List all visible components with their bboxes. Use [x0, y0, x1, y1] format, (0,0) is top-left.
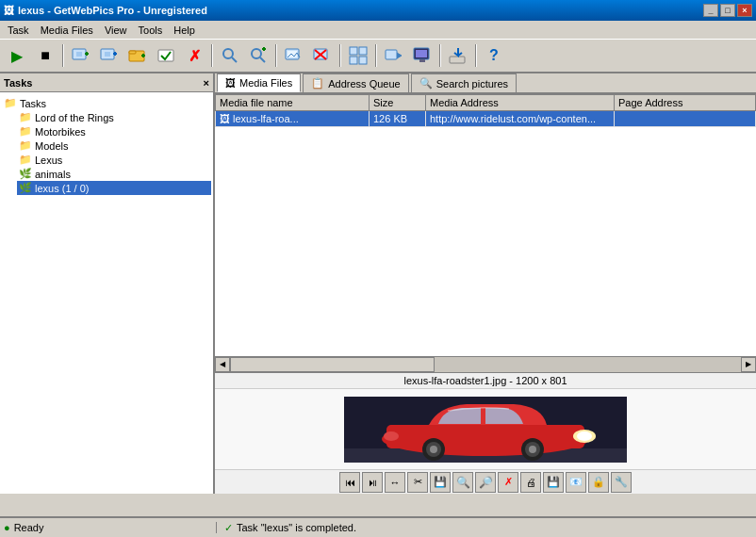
main-layout: Tasks × 📁 Tasks 📁 Lord of the Rings 📁 Mo… — [0, 73, 756, 494]
item-icon-animals: 🌿 — [19, 168, 32, 180]
scroll-right-arrow[interactable]: ▶ — [741, 357, 756, 372]
col-header-name[interactable]: Media file name — [216, 95, 370, 111]
tree-item-label: Motorbikes — [35, 126, 86, 138]
svg-point-9 — [252, 49, 261, 58]
tab-search-pictures[interactable]: 🔍 Search pictures — [411, 73, 517, 92]
preview-email-button[interactable]: 📧 — [566, 472, 586, 493]
col-header-address[interactable]: Media Address — [426, 95, 615, 111]
scroll-track[interactable] — [230, 357, 741, 372]
preview-crop-button[interactable]: ✂ — [407, 472, 428, 493]
status-right-text: Task "lexus" is completed. — [237, 522, 356, 533]
preview-first-button[interactable]: ⏮ — [339, 472, 360, 493]
svg-point-32 — [384, 431, 399, 441]
add-file-button[interactable] — [96, 42, 123, 69]
maximize-button[interactable]: □ — [720, 4, 735, 17]
title-bar-controls[interactable]: _ □ × — [703, 4, 752, 17]
next-button[interactable] — [381, 42, 407, 69]
add-folder-button[interactable] — [124, 42, 151, 69]
menu-tools[interactable]: Tools — [133, 23, 169, 38]
stop-button[interactable]: ■ — [32, 42, 58, 69]
preview-toolbar: ⏮ ⏯ ↔ ✂ 💾 🔍 🔎 ✗ 🖨 💾 📧 🔒 🔧 — [215, 469, 756, 494]
tab-address-queue-icon: 📋 — [311, 77, 324, 90]
tree-item-lexus[interactable]: 📁 Lexus — [17, 153, 211, 167]
preview-zoom-in-button[interactable]: 🔍 — [452, 472, 473, 493]
svg-rect-19 — [359, 57, 367, 64]
preview-fit-button[interactable]: ↔ — [385, 472, 405, 493]
table-container: Media file name Size Media Address Page … — [215, 94, 756, 356]
title-text: lexus - GetWebPics Pro - Unregistered — [18, 5, 207, 16]
add-url-button[interactable] — [68, 42, 94, 69]
cell-name: 🖼 lexus-lfa-roa... — [216, 111, 370, 127]
tree-item-motorbikes[interactable]: 📁 Motorbikes — [17, 124, 211, 138]
preview-lock-button[interactable]: 🔒 — [588, 472, 609, 493]
play-button[interactable]: ▶ — [4, 42, 30, 69]
menu-bar: Task Media Files View Tools Help — [0, 21, 756, 40]
preview-print-button[interactable]: 🖨 — [520, 472, 541, 493]
col-header-page[interactable]: Page Address — [615, 95, 756, 111]
image-button[interactable] — [281, 42, 307, 69]
svg-rect-24 — [450, 57, 465, 63]
status-bar: ● Ready ✓ Task "lexus" is completed. — [0, 516, 756, 537]
preview-zoom-out-button[interactable]: 🔎 — [475, 472, 496, 493]
horizontal-scrollbar[interactable]: ◀ ▶ — [215, 356, 756, 371]
scroll-left-arrow[interactable]: ◀ — [215, 357, 230, 372]
svg-rect-23 — [419, 59, 425, 62]
svg-rect-22 — [416, 50, 427, 57]
svg-rect-29 — [386, 425, 584, 448]
download-button[interactable] — [445, 42, 471, 69]
tab-search-pictures-label: Search pictures — [436, 78, 508, 90]
tree-root-item[interactable]: 📁 Tasks — [2, 96, 211, 110]
menu-task[interactable]: Task — [2, 23, 35, 38]
svg-point-38 — [529, 446, 536, 453]
preview-save-button[interactable]: 💾 — [430, 472, 451, 493]
close-panel-button[interactable]: × — [204, 77, 209, 89]
svg-rect-20 — [386, 50, 397, 59]
preview-save2-button[interactable]: 💾 — [543, 472, 564, 493]
delete-button[interactable]: ✗ — [181, 42, 207, 69]
folder-icon-lor: 📁 — [19, 111, 32, 123]
minimize-button[interactable]: _ — [703, 4, 718, 17]
delete2-button[interactable] — [309, 42, 336, 69]
left-panel: Tasks × 📁 Tasks 📁 Lord of the Rings 📁 Mo… — [0, 73, 215, 494]
tab-address-queue[interactable]: 📋 Address Queue — [303, 73, 408, 92]
preview-settings-button[interactable]: 🔧 — [611, 472, 632, 493]
preview-delete-button[interactable]: ✗ — [498, 472, 518, 493]
app-icon: 🖼 — [4, 5, 14, 16]
find2-button[interactable] — [245, 42, 271, 69]
find-button[interactable] — [217, 42, 243, 69]
monitor-button[interactable] — [409, 42, 436, 69]
tree-item-models[interactable]: 📁 Models — [17, 138, 211, 153]
status-left-text: Ready — [14, 522, 44, 533]
view-button[interactable] — [345, 42, 371, 69]
tree-item-lord-of-rings[interactable]: 📁 Lord of the Rings — [17, 110, 211, 124]
tree-item-label: Lord of the Rings — [35, 112, 114, 123]
folder-icon-lexus: 📁 — [19, 154, 32, 166]
toolbar-separator-1 — [62, 44, 64, 67]
tree-item-label: animals — [35, 169, 71, 180]
col-header-size[interactable]: Size — [370, 95, 426, 111]
preview-play-button[interactable]: ⏯ — [362, 472, 383, 493]
help-button[interactable]: ? — [481, 42, 507, 69]
close-button[interactable]: × — [737, 4, 752, 17]
svg-rect-17 — [359, 47, 367, 55]
preview-title: lexus-lfa-roadster1.jpg - 1200 x 801 — [215, 373, 756, 389]
tab-media-files[interactable]: 🖼 Media Files — [217, 73, 301, 92]
tab-media-files-icon: 🖼 — [225, 77, 236, 89]
menu-help[interactable]: Help — [168, 23, 201, 38]
status-left: ● Ready — [0, 522, 217, 533]
tree-item-label: lexus (1 / 0) — [35, 183, 89, 194]
scroll-thumb[interactable] — [230, 357, 435, 372]
status-icon: ● — [4, 522, 10, 533]
preview-area: lexus-lfa-roadster1.jpg - 1200 x 801 — [215, 371, 756, 494]
tree-item-lexus-task[interactable]: 🌿 lexus (1 / 0) — [17, 181, 211, 195]
tree-item-animals[interactable]: 🌿 animals — [17, 167, 211, 181]
svg-rect-18 — [350, 57, 357, 64]
table-row[interactable]: 🖼 lexus-lfa-roa... 126 KB http://www.rid… — [216, 111, 756, 127]
tree-root: 📁 Tasks 📁 Lord of the Rings 📁 Motorbikes… — [2, 94, 211, 197]
tree-item-label: Models — [35, 140, 68, 152]
cell-address: http://www.ridelust.com/wp-conten... — [426, 111, 615, 127]
title-bar: 🖼 lexus - GetWebPics Pro - Unregistered … — [0, 0, 756, 21]
menu-view[interactable]: View — [99, 23, 133, 38]
check-button[interactable] — [153, 42, 179, 69]
menu-media-files[interactable]: Media Files — [35, 23, 99, 38]
